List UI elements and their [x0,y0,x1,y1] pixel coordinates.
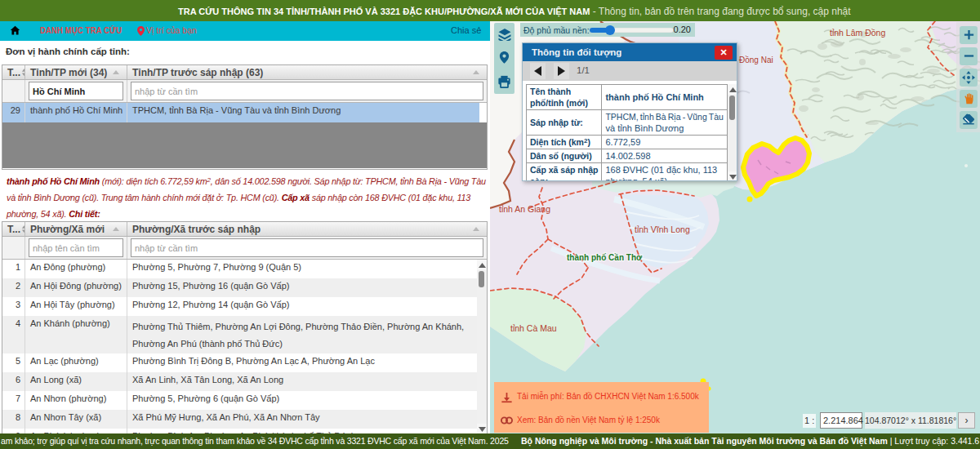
svg-text:tỉnh Lâm Đồng: tỉnh Lâm Đồng [830,28,885,38]
svg-text:tỉnh Cà Mau: tỉnh Cà Mau [510,323,557,333]
svg-text:Đồng Nai: Đồng Nai [739,56,773,64]
svg-text:thành phố Cần Thơ: thành phố Cần Thơ [567,253,643,262]
svg-text:tỉnh An Giang: tỉnh An Giang [499,204,550,214]
svg-text:tỉnh Vĩnh Long: tỉnh Vĩnh Long [635,224,690,234]
